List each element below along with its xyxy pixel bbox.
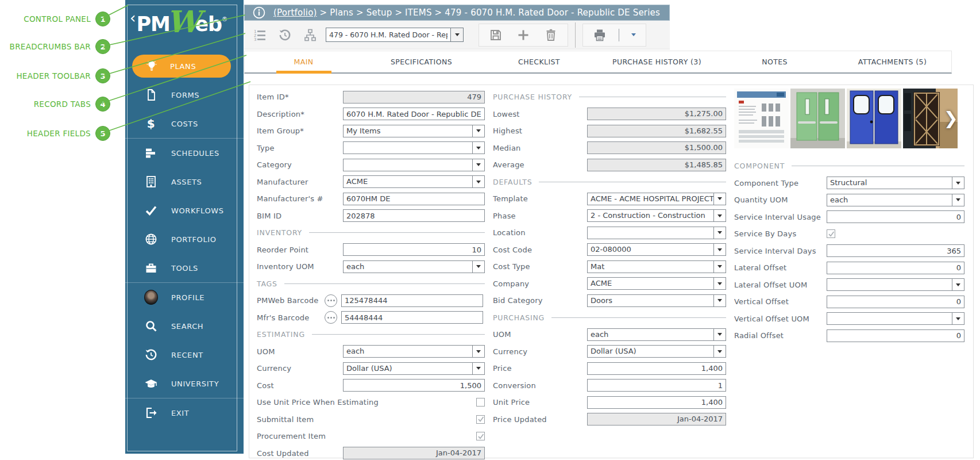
sidebar-item-university[interactable]: UNIVERSITY xyxy=(125,369,244,398)
door-spec-sheet-thumbnail[interactable] xyxy=(734,89,789,148)
breadcrumb: (Portfolio) > Plans > Setup > ITEMS > 47… xyxy=(273,7,660,18)
field-label: Price Updated xyxy=(493,415,587,424)
save-icon[interactable] xyxy=(487,26,504,44)
sidebar-item-assets[interactable]: ASSETS xyxy=(125,167,244,196)
bid-category-select[interactable]: Doors xyxy=(587,294,726,307)
tab-attachments-5[interactable]: ATTACHMENTS (5) xyxy=(834,51,951,72)
history-icon[interactable] xyxy=(276,26,294,44)
service-interval-days-input[interactable] xyxy=(827,244,964,257)
org-chart-icon[interactable] xyxy=(302,26,319,44)
cost-code-select[interactable]: 02-080000 xyxy=(587,243,726,256)
breadcrumb-portfolio-link[interactable]: (Portfolio) xyxy=(273,7,317,18)
sidebar-item-search[interactable]: SEARCH xyxy=(125,312,244,340)
sidebar-item-tools[interactable]: TOOLS xyxy=(125,254,244,282)
quantity-uom-select[interactable]: each xyxy=(827,194,964,206)
conversion-input[interactable] xyxy=(587,379,726,392)
mfr-s-barcode-input[interactable] xyxy=(341,311,483,324)
field-label: Mfr's Barcode xyxy=(257,313,325,322)
cost-type-select[interactable]: Mat xyxy=(587,260,726,273)
template-select[interactable]: ACME - ACME HOSPITAL PROJECT xyxy=(587,193,726,205)
sidebar-item-portfolio[interactable]: PORTFOLIO xyxy=(125,225,244,254)
tab-checklist[interactable]: CHECKLIST xyxy=(480,51,598,72)
currency-select[interactable]: Dollar (USA) xyxy=(343,362,485,375)
field-label: Quantity UOM xyxy=(734,195,827,204)
uom-select-value: each xyxy=(344,346,472,357)
purchasing-section-header: PURCHASING xyxy=(493,309,726,327)
cost-input[interactable] xyxy=(343,379,485,392)
sidebar-item-exit[interactable]: EXIT xyxy=(125,398,244,427)
mfr-s-barcode-lookup-button[interactable] xyxy=(325,311,337,324)
record-tabs: MAINSPECIFICATIONSCHECKLISTPURCHASE HIST… xyxy=(244,51,952,74)
phase-select[interactable]: 2 - Construction - Construction xyxy=(587,209,726,222)
location-select[interactable] xyxy=(587,227,726,239)
tab-notes[interactable]: NOTES xyxy=(716,51,834,72)
field-label: Service By Days xyxy=(734,229,827,238)
carousel-next-button[interactable]: ❯ xyxy=(944,110,958,127)
price-input[interactable] xyxy=(587,362,726,375)
sidebar-item-label: EXIT xyxy=(171,409,189,417)
field-row-inventory-uom: Inventory UOMeach xyxy=(257,258,485,275)
procurement-item-checkbox[interactable] xyxy=(476,432,485,440)
section-label: TAGS xyxy=(257,279,277,288)
uom-select[interactable]: each xyxy=(587,328,726,341)
sidebar-item-recent[interactable]: RECENT xyxy=(125,340,244,369)
location-select-value xyxy=(588,227,713,239)
delete-icon[interactable] xyxy=(542,26,560,44)
manufacturer-s-input[interactable] xyxy=(343,193,485,205)
use-unit-price-when-estimating-checkbox[interactable] xyxy=(476,398,485,407)
sidebar-item-forms[interactable]: FORMS xyxy=(125,80,244,109)
chevron-down-icon xyxy=(472,261,484,273)
currency-select-value: Dollar (USA) xyxy=(344,363,472,374)
pmweb-barcode-lookup-button[interactable] xyxy=(325,294,337,307)
lateral-offset-input[interactable] xyxy=(827,262,964,274)
tab-purchase-history-3[interactable]: PURCHASE HISTORY (3) xyxy=(598,51,716,72)
lateral-offset-uom-select[interactable] xyxy=(827,278,964,291)
inventory-uom-select[interactable]: each xyxy=(343,260,485,273)
add-icon[interactable] xyxy=(515,26,532,44)
uom-select[interactable]: each xyxy=(343,345,485,358)
field-label: Lateral Offset UOM xyxy=(734,281,827,289)
vertical-offset-input[interactable] xyxy=(827,296,964,308)
sidebar-collapse-icon[interactable]: ‹ xyxy=(130,8,136,28)
reorder-point-input[interactable] xyxy=(343,243,485,256)
category-select[interactable] xyxy=(343,159,485,171)
type-select[interactable] xyxy=(343,141,485,154)
field-label: Price xyxy=(493,364,587,373)
sidebar-item-plans[interactable]: PLANS xyxy=(125,52,244,80)
field-label: BIM ID xyxy=(257,212,343,220)
sidebar-item-workflows[interactable]: WORKFLOWS xyxy=(125,196,244,225)
sidebar-item-profile[interactable]: PROFILE xyxy=(125,283,244,312)
print-icon[interactable] xyxy=(591,26,608,44)
green-double-doors-thumbnail[interactable] xyxy=(790,89,845,148)
field-label: Conversion xyxy=(493,381,587,390)
service-by-days-checkbox[interactable] xyxy=(827,229,835,238)
print-options-dropdown-button[interactable] xyxy=(630,26,638,44)
pmweb-barcode-input[interactable] xyxy=(341,294,483,307)
record-selector-dropdown-button[interactable] xyxy=(450,28,463,41)
numbered-list-icon[interactable]: 123 xyxy=(251,26,268,44)
sidebar-item-schedules[interactable]: SCHEDULES xyxy=(125,139,244,167)
sidebar-item-costs[interactable]: $COSTS xyxy=(125,109,244,138)
currency-select-value: Dollar (USA) xyxy=(588,346,713,357)
currency-select[interactable]: Dollar (USA) xyxy=(587,345,726,358)
bim-id-input[interactable] xyxy=(343,209,485,222)
unit-price-input[interactable] xyxy=(587,396,726,409)
item-group-select[interactable]: My Items xyxy=(343,125,485,137)
description-input[interactable] xyxy=(343,108,485,120)
tab-specifications[interactable]: SPECIFICATIONS xyxy=(362,51,480,72)
company-select[interactable]: ACME xyxy=(587,277,726,290)
blue-double-doors-thumbnail[interactable] xyxy=(847,89,901,148)
radial-offset-input[interactable] xyxy=(827,329,964,342)
vertical-offset-uom-select[interactable] xyxy=(827,312,964,325)
component-type-select[interactable]: Structural xyxy=(827,177,964,189)
record-selector xyxy=(326,28,464,42)
info-icon[interactable] xyxy=(250,4,268,21)
record-selector-input[interactable] xyxy=(326,28,450,41)
tab-main[interactable]: MAIN xyxy=(245,51,362,72)
service-interval-usage-input[interactable] xyxy=(827,210,964,223)
section-divider-line xyxy=(539,182,726,182)
field-row-price-updated: Price UpdatedJan-04-2017 xyxy=(493,411,726,428)
submittal-item-checkbox[interactable] xyxy=(476,415,485,424)
manufacturer-select[interactable]: ACME xyxy=(343,175,485,188)
annotation-label: CONTROL PANEL xyxy=(24,14,91,24)
